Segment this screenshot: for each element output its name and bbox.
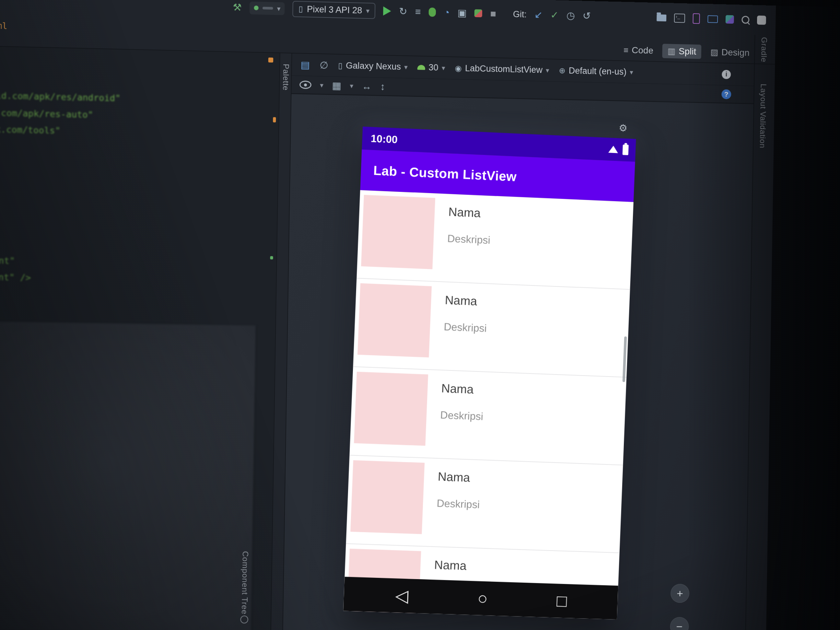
android-icon: [417, 65, 425, 70]
git-label: Git:: [513, 9, 527, 19]
editor-tab-fragment[interactable]: ml: [0, 21, 8, 31]
item-description: Deskripsi: [444, 321, 487, 335]
design-canvas[interactable]: ⚙ 10:00 Lab - Custom ListView: [283, 94, 753, 630]
error-stripe-ok-mark: [270, 256, 273, 259]
api-level-label: 30: [428, 63, 439, 73]
run-config-selector[interactable]: ▾: [249, 1, 285, 15]
tab-design[interactable]: ▨ Design: [711, 47, 750, 58]
zoom-out-button[interactable]: −: [670, 617, 689, 630]
git-update-icon[interactable]: ↙: [534, 10, 543, 20]
chevron-down-icon: ▾: [366, 7, 369, 14]
theme-label: LabCustomListView: [465, 63, 543, 75]
phone-icon: ▯: [298, 5, 303, 13]
pair-devices-icon[interactable]: [707, 15, 718, 23]
phone-icon: ▯: [338, 62, 343, 69]
split-icon: ▥: [667, 46, 675, 56]
listview[interactable]: Nama Deskripsi Nama Deskripsi: [343, 190, 633, 620]
magnet-off-icon[interactable]: ∅: [319, 60, 328, 70]
preview-device-selector[interactable]: ▯ Galaxy Nexus ▾: [338, 60, 408, 72]
layout-validation-tab[interactable]: Layout Validation: [758, 84, 768, 148]
palette-tab[interactable]: Palette: [281, 64, 291, 91]
list-item[interactable]: Nama Deskripsi: [346, 455, 623, 553]
history-icon[interactable]: ◷: [566, 11, 575, 21]
phone-preview[interactable]: 10:00 Lab - Custom ListView N: [343, 126, 636, 619]
folder-icon[interactable]: [657, 14, 666, 21]
orientation-horizontal-icon[interactable]: ↔: [362, 81, 372, 91]
window-icon[interactable]: [757, 16, 766, 25]
battery-icon: [622, 145, 629, 155]
design-pane: ▤ ∅ ▯ Galaxy Nexus ▾ 30 ▾ ◉ LabCustomLis…: [283, 54, 754, 630]
render-wrench-icon[interactable]: ⚙: [619, 122, 627, 134]
blueprint-mode-icon[interactable]: ▦: [332, 81, 341, 90]
chevron-down-icon: ▾: [404, 63, 408, 70]
gradle-tab[interactable]: Gradle: [759, 37, 769, 63]
xml-editor[interactable]: id.com/apk/res/android" .com/apk/res-aut…: [0, 47, 279, 630]
app-title: Lab - Custom ListView: [373, 163, 517, 184]
back-icon: ◁: [395, 586, 409, 606]
status-icons: [608, 144, 629, 155]
build-hammer-icon[interactable]: ⚒: [233, 2, 242, 12]
api-level-selector[interactable]: 30 ▾: [417, 62, 445, 73]
device-selector[interactable]: ▯ Pixel 3 API 28 ▾: [293, 1, 376, 19]
attach-debugger-icon[interactable]: [474, 9, 483, 17]
coverage-icon[interactable]: ▣: [457, 8, 467, 18]
rollback-icon[interactable]: ↺: [583, 11, 591, 21]
help-button[interactable]: ?: [722, 89, 731, 99]
chevron-down-icon: ▾: [320, 82, 324, 89]
item-name: Nama: [434, 558, 477, 573]
debug-button[interactable]: [429, 8, 436, 17]
home-icon: ○: [477, 588, 488, 608]
item-image-placeholder: [354, 372, 428, 445]
globe-icon: ⊕: [559, 67, 565, 75]
tab-code-label: Code: [632, 45, 653, 56]
issues-indicator[interactable]: i: [722, 69, 731, 79]
item-name: Nama: [441, 381, 485, 397]
item-description: Deskripsi: [437, 497, 480, 511]
chevron-down-icon: ▾: [277, 5, 281, 12]
view-options-eye-icon[interactable]: [300, 81, 311, 89]
item-image-placeholder: [351, 460, 425, 534]
stop-button[interactable]: ■: [490, 9, 496, 19]
component-tree-panel: [0, 322, 257, 630]
code-icon: ≡: [624, 45, 629, 55]
apply-changes-icon[interactable]: ↻: [399, 6, 407, 17]
screen-bezel: [766, 6, 840, 630]
theme-icon: ◉: [455, 64, 462, 72]
error-stripe-warning-mark[interactable]: [273, 117, 276, 122]
tab-split-label: Split: [679, 46, 696, 57]
item-image-placeholder: [357, 283, 432, 357]
run-button[interactable]: [384, 6, 392, 16]
gutter-modified-mark: [268, 57, 273, 63]
item-description: Deskripsi: [440, 409, 483, 423]
orientation-vertical-icon[interactable]: ↕: [380, 82, 385, 92]
list-item[interactable]: Nama Deskripsi: [353, 278, 630, 377]
code-line: ": [0, 158, 0, 168]
run-config-status-dot: [254, 6, 258, 10]
locale-label: Default (en-us): [569, 66, 627, 77]
git-commit-icon[interactable]: ✓: [550, 10, 559, 20]
theme-selector[interactable]: ◉ LabCustomListView ▾: [455, 63, 549, 76]
editor-area: id.com/apk/res/android" .com/apk/res-aut…: [0, 47, 840, 630]
item-image-placeholder: [361, 195, 435, 269]
layers-icon[interactable]: ▤: [300, 60, 310, 69]
preview-device-label: Galaxy Nexus: [346, 61, 401, 72]
component-tree-tab[interactable]: Component Tree: [240, 551, 250, 614]
code-line: .com/apk/res-auto": [0, 107, 93, 120]
chevron-down-icon: ▾: [350, 82, 353, 89]
profiler-icon[interactable]: ◔: [444, 8, 450, 17]
tab-split[interactable]: ▥ Split: [662, 44, 701, 59]
device-manager-icon[interactable]: [693, 13, 699, 24]
run-tasks-icon[interactable]: ≡: [415, 7, 421, 17]
search-icon[interactable]: [742, 16, 749, 24]
list-item[interactable]: Nama Deskripsi: [357, 190, 633, 290]
run-config-label-placeholder: [262, 7, 273, 10]
tab-code[interactable]: ≡ Code: [624, 45, 653, 56]
list-item[interactable]: Nama Deskripsi: [349, 367, 627, 465]
code-line: ent" />: [0, 272, 31, 283]
item-name: Nama: [445, 293, 488, 309]
locale-selector[interactable]: ⊕ Default (en-us) ▾: [559, 65, 633, 77]
sdk-manager-icon[interactable]: [726, 15, 734, 24]
terminal-icon[interactable]: [674, 14, 685, 23]
zoom-in-button[interactable]: +: [671, 584, 690, 603]
chevron-down-icon: ▾: [630, 69, 633, 76]
